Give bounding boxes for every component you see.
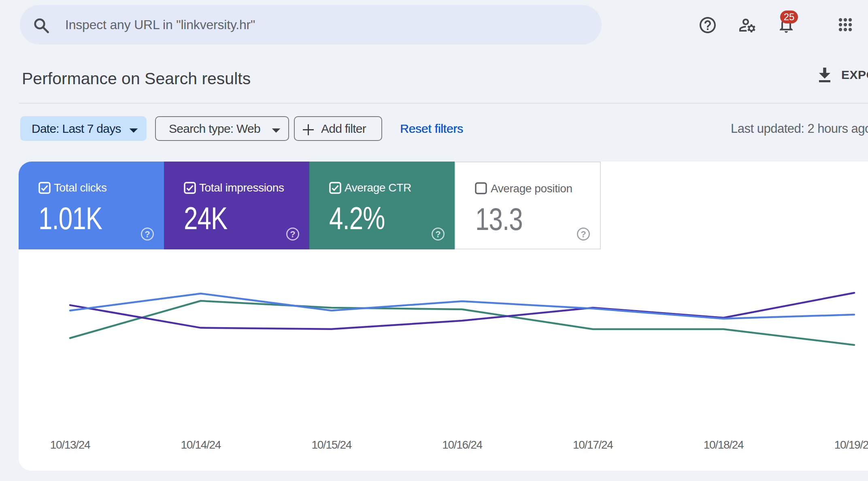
checkbox-checked-icon[interactable] bbox=[38, 182, 51, 194]
help-icon[interactable] bbox=[698, 15, 717, 35]
metric-value: 4.2% bbox=[329, 203, 385, 234]
metric-value: 13.3 bbox=[475, 204, 523, 235]
chevron-down-icon bbox=[128, 125, 139, 136]
metric-label: Total clicks bbox=[54, 182, 107, 194]
apps-grid-icon[interactable] bbox=[836, 15, 855, 34]
svg-text:?: ? bbox=[290, 229, 295, 239]
metric-card-total-clicks[interactable]: Total clicks 1.01K ? bbox=[19, 162, 164, 249]
search-placeholder: Inspect any URL in "linkversity.hr" bbox=[65, 5, 255, 45]
header-divider bbox=[19, 103, 868, 104]
date-filter-chip[interactable]: Date: Last 7 days bbox=[20, 116, 147, 141]
metric-value: 1.01K bbox=[38, 203, 102, 234]
svg-text:?: ? bbox=[581, 229, 586, 239]
plus-icon bbox=[303, 124, 314, 135]
help-icon[interactable]: ? bbox=[285, 226, 301, 242]
search-type-filter-label: Search type: Web bbox=[169, 122, 260, 136]
checkbox-unchecked-icon[interactable] bbox=[475, 182, 487, 194]
checkbox-checked-icon[interactable] bbox=[329, 182, 341, 194]
last-updated-text: Last updated: 2 hours ago bbox=[731, 116, 868, 141]
download-icon bbox=[816, 66, 834, 84]
export-label: EXPORT bbox=[841, 69, 868, 81]
checkbox-checked-icon[interactable] bbox=[184, 182, 196, 194]
help-icon[interactable]: ? bbox=[430, 226, 446, 242]
metric-label: Average position bbox=[491, 183, 572, 195]
add-filter-button[interactable]: Add filter bbox=[294, 116, 382, 141]
url-inspection-searchbar[interactable]: Inspect any URL in "linkversity.hr" bbox=[20, 5, 602, 45]
metric-card-average-ctr[interactable]: Average CTR 4.2% ? bbox=[309, 162, 455, 249]
reset-filters-link[interactable]: Reset filters bbox=[400, 116, 463, 141]
export-button[interactable]: EXPORT bbox=[816, 66, 868, 86]
manage-accounts-icon[interactable] bbox=[738, 15, 757, 35]
search-icon bbox=[32, 16, 51, 36]
page-title: Performance on Search results bbox=[22, 70, 251, 87]
metric-label: Average CTR bbox=[345, 182, 411, 194]
date-filter-label: Date: Last 7 days bbox=[32, 122, 121, 136]
metric-label: Total impressions bbox=[199, 182, 284, 194]
help-icon[interactable]: ? bbox=[575, 226, 591, 242]
svg-text:?: ? bbox=[435, 229, 440, 239]
metric-card-average-position[interactable]: Average position 13.3 ? bbox=[455, 162, 601, 249]
chevron-down-icon bbox=[271, 125, 281, 136]
search-type-filter-chip[interactable]: Search type: Web bbox=[155, 116, 289, 141]
add-filter-label: Add filter bbox=[321, 122, 366, 136]
svg-text:?: ? bbox=[145, 229, 150, 239]
metric-card-total-impressions[interactable]: Total impressions 24K ? bbox=[164, 162, 309, 249]
metric-value: 24K bbox=[184, 203, 227, 234]
help-icon[interactable]: ? bbox=[139, 226, 155, 242]
notification-count-badge: 25 bbox=[780, 11, 798, 23]
